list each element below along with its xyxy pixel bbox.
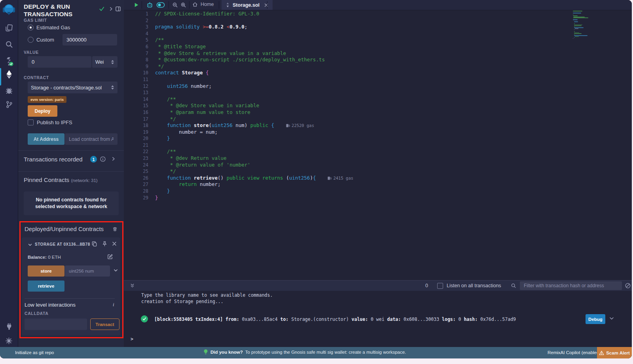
info-icon[interactable] (100, 156, 106, 162)
zoom-in-icon[interactable] (180, 2, 186, 8)
deploy-run-icon[interactable] (0, 70, 18, 79)
source-control-icon[interactable] (0, 100, 18, 108)
code-line: 20 } (140, 135, 353, 142)
pin-contract-icon[interactable] (102, 241, 108, 247)
zoom-out-icon[interactable] (172, 2, 178, 8)
clear-terminal-icon[interactable] (625, 282, 631, 289)
value-label: VALUE (24, 50, 39, 55)
listen-all-checkbox[interactable] (437, 283, 443, 289)
search-icon[interactable] (0, 40, 18, 48)
debugger-icon[interactable] (0, 87, 18, 95)
solidity-compiler-icon[interactable] (0, 57, 18, 66)
code-line: 5/** (140, 37, 353, 44)
terminal-prompt[interactable]: > (131, 336, 133, 342)
at-address-button[interactable]: At Address (28, 133, 64, 145)
expand-store-icon[interactable] (113, 268, 118, 273)
value-input[interactable] (28, 56, 91, 68)
estimated-gas-label: Estimated Gas (36, 25, 70, 30)
balance-value: 0 ETH (48, 255, 61, 260)
code-line: 21 (140, 142, 353, 149)
transactions-recorded-label: Transactions recorded (24, 156, 83, 163)
statusbar: Initialize as git repo Did you know? To … (0, 347, 632, 358)
transact-button[interactable]: Transact (90, 318, 119, 330)
collapse-terminal-icon[interactable] (130, 283, 135, 288)
warning-icon (599, 351, 604, 355)
close-tab-icon[interactable] (264, 3, 269, 8)
trash-icon[interactable] (112, 226, 118, 232)
code-line: 6 * @title Storage (140, 44, 353, 50)
custom-gas-input[interactable] (63, 34, 117, 46)
code-line: 12 uint256 number; (140, 83, 353, 90)
git-init-button[interactable]: Initialize as git repo (15, 350, 54, 355)
code-line: 27 return number; (140, 181, 353, 188)
remix-logo[interactable] (0, 3, 18, 17)
scam-alert-button[interactable]: Scam Alert (597, 347, 632, 358)
tab-storage-sol[interactable]: Storage.sol (222, 0, 273, 10)
lowlevel-info-icon[interactable]: i (113, 301, 114, 308)
retrieve-button[interactable]: retrieve (28, 281, 64, 292)
lightbulb-icon (203, 349, 208, 355)
code-line: 8 * @custom:dev-run-script ./scripts/dep… (140, 57, 353, 63)
value-unit-select[interactable]: Wei (92, 56, 118, 68)
copilot-status[interactable]: RemixAI Copilot (enabled) (548, 350, 601, 355)
terminal-line: Type the library name to see available c… (141, 292, 273, 298)
run-script-icon[interactable] (133, 2, 139, 8)
terminal[interactable]: Type the library name to see available c… (124, 291, 632, 347)
panel-title: DEPLOY & RUN TRANSACTIONS (24, 3, 72, 18)
store-arg-input[interactable] (65, 265, 110, 277)
contract-select[interactable]: Storage - contracts/Storage.sol (28, 82, 118, 93)
evm-version-badge: evm version: paris (28, 96, 66, 103)
code-line: 3pragma solidity >=0.8.2 <0.9.0; (140, 24, 353, 30)
pinned-contracts-header: Pinned Contracts (network: 31) (24, 176, 98, 184)
code-line: 14 /** (140, 96, 353, 103)
balance-label: Balance: (28, 255, 47, 260)
tx-log-line[interactable]: [block:5583405 txIndex:4] from: 0xa03...… (154, 317, 516, 322)
tab-home[interactable]: Home (192, 2, 214, 7)
deployed-contract-address: STORAGE AT 0X136...8B78 (35, 242, 90, 246)
code-editor[interactable]: 1// SPDX-License-Identifier: GPL-3.023pr… (140, 11, 353, 201)
deploy-button[interactable]: Deploy (28, 105, 57, 117)
code-line: 13 (140, 89, 353, 96)
expand-transactions-icon[interactable] (111, 156, 116, 161)
publish-ipfs-checkbox[interactable] (28, 119, 34, 125)
calldata-input[interactable] (25, 318, 87, 330)
edit-balance-icon[interactable] (107, 254, 113, 260)
settings-icon[interactable] (0, 337, 18, 345)
terminal-search-icon[interactable] (511, 283, 516, 288)
contract-label: CONTRACT (24, 75, 49, 80)
code-line: 4 (140, 30, 353, 37)
pinned-contracts-title: Pinned Contracts (24, 176, 69, 183)
chevron-right-icon[interactable] (108, 6, 114, 11)
code-line: 22 /** (140, 148, 353, 155)
close-contract-icon[interactable] (112, 241, 117, 246)
copy-icon[interactable] (91, 241, 97, 247)
pinned-network-label: (network: 31) (71, 178, 98, 183)
custom-gas-radio[interactable] (28, 37, 34, 43)
pin-panel-icon[interactable] (115, 6, 121, 12)
tx-success-icon (141, 315, 148, 322)
at-address-input[interactable] (65, 133, 118, 145)
code-line: 10contract Storage { (140, 70, 353, 76)
editor-minimap[interactable] (573, 11, 601, 39)
filter-transactions-input[interactable] (520, 281, 622, 290)
expand-tx-icon[interactable] (609, 316, 614, 321)
code-line: 16 * @param num value to store (140, 109, 353, 116)
divider (18, 150, 124, 151)
publish-ipfs-label: Publish to IPFS (37, 119, 72, 125)
code-line: 17 */ (140, 116, 353, 123)
balance-row: Balance: 0 ETH (28, 255, 61, 260)
code-line: 29} (140, 195, 353, 201)
code-line: 9 */ (140, 63, 353, 70)
plugin-manager-icon[interactable] (0, 322, 18, 330)
collapse-contract-icon[interactable] (28, 243, 32, 247)
ai-robot-icon[interactable] (146, 2, 153, 8)
store-button[interactable]: store (28, 265, 64, 277)
estimated-gas-radio[interactable] (28, 25, 34, 30)
tip-bold: Did you know? (210, 350, 243, 355)
code-line: 15 * @dev Store value in variable (140, 102, 353, 109)
code-line: 23 * @dev Return value (140, 155, 353, 162)
copilot-toggle[interactable] (156, 2, 165, 8)
file-explorer-icon[interactable] (0, 24, 18, 32)
debug-button[interactable]: Debug (586, 314, 605, 324)
code-line: 1// SPDX-License-Identifier: GPL-3.0 (140, 11, 353, 17)
